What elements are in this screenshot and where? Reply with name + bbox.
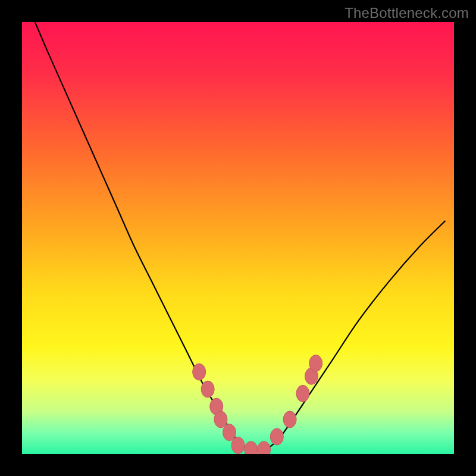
marker-point bbox=[270, 428, 283, 445]
marker-point bbox=[245, 441, 258, 454]
marker-point bbox=[231, 437, 245, 453]
curve-layer bbox=[22, 22, 454, 454]
marker-point bbox=[193, 364, 206, 380]
chart-frame: TheBottleneck.com bbox=[0, 0, 476, 476]
watermark-text: TheBottleneck.com bbox=[345, 5, 469, 21]
bottleneck-curve bbox=[35, 22, 446, 451]
marker-point bbox=[296, 385, 309, 402]
marker-point bbox=[214, 411, 227, 428]
marker-point bbox=[201, 381, 214, 397]
marker-point bbox=[223, 424, 236, 441]
marker-point bbox=[309, 355, 322, 372]
marker-point bbox=[283, 411, 296, 428]
plot-area bbox=[22, 22, 454, 454]
marker-point bbox=[258, 441, 271, 454]
